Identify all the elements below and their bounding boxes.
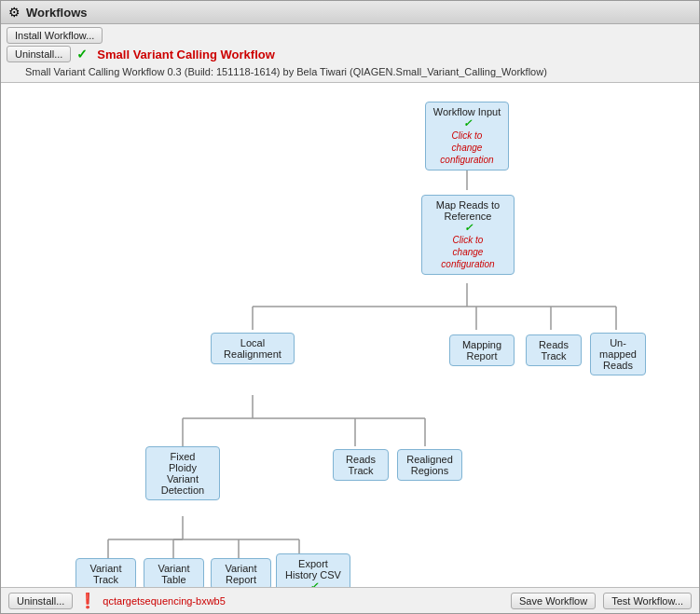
map-reads-node[interactable]: Map Reads toReference ✓ Click tochangeco… xyxy=(421,195,515,275)
realigned-regions-node[interactable]: Realigned Regions xyxy=(397,449,462,481)
bottom-bar: Uninstall... ❗ qctargetsequencing-bxwb5 … xyxy=(1,587,699,613)
error-icon: ❗ xyxy=(78,592,97,609)
window-title: Workflows xyxy=(26,6,88,20)
reads-track-2-node[interactable]: Reads Track xyxy=(333,449,389,481)
variant-track-node[interactable]: Variant Track xyxy=(75,558,136,587)
map-reads-label: Map Reads toReference xyxy=(428,199,508,222)
workflow-input-node[interactable]: Workflow Input ✓ Click tochangeconfigura… xyxy=(425,102,509,171)
error-text: qctargetsequencing-bxwb5 xyxy=(103,595,225,607)
fixed-ploidy-label: FixedPloidyVariantDetection xyxy=(152,451,213,496)
workflow-title: Small Variant Calling Workflow xyxy=(97,48,274,61)
bottom-uninstall-button[interactable]: Uninstall... xyxy=(8,593,73,609)
map-reads-click: Click tochangeconfiguration xyxy=(428,234,508,270)
bottom-left: Uninstall... ❗ qctargetsequencing-bxwb5 xyxy=(8,592,226,609)
workflow-input-click: Click tochangeconfiguration xyxy=(432,130,502,166)
variant-table-label: Variant Table xyxy=(150,563,198,585)
install-workflow-button[interactable]: Install Workflow... xyxy=(7,27,103,44)
variant-report-node[interactable]: Variant Report xyxy=(211,558,271,587)
fixed-ploidy-node[interactable]: FixedPloidyVariantDetection xyxy=(145,446,220,500)
workflow-input-label: Workflow Input xyxy=(432,106,502,117)
title-bar: ⚙ Workflows xyxy=(1,1,699,24)
local-realignment-label: Local Realignment xyxy=(217,337,288,360)
unmapped-reads-label: Un-mappedReads xyxy=(597,337,639,371)
reads-track-1-node[interactable]: Reads Track xyxy=(526,334,582,366)
mapping-report-label: Mapping Report xyxy=(456,339,508,362)
realigned-regions-label: Realigned Regions xyxy=(404,454,456,476)
bottom-right: Save Workflow Test Workflow... xyxy=(511,593,692,609)
variant-report-label: Variant Report xyxy=(217,563,265,585)
reads-track-1-label: Reads Track xyxy=(532,339,575,362)
export-history-node[interactable]: ExportHistory CSV ✓ Click tochangeconfig… xyxy=(276,553,350,587)
workflows-window: ⚙ Workflows Install Workflow... Uninstal… xyxy=(0,0,700,614)
workflow-subtitle: Small Variant Calling Workflow 0.3 (Buil… xyxy=(7,64,547,79)
mapping-report-node[interactable]: Mapping Report xyxy=(449,334,515,366)
save-workflow-button[interactable]: Save Workflow xyxy=(511,593,596,609)
toolbar-row-2: Uninstall... ✓ Small Variant Calling Wor… xyxy=(7,46,693,62)
toolbar-row-3: Small Variant Calling Workflow 0.3 (Buil… xyxy=(7,64,693,79)
export-history-label: ExportHistory CSV xyxy=(282,558,344,580)
unmapped-reads-node[interactable]: Un-mappedReads xyxy=(590,333,646,375)
variant-track-label: Variant Track xyxy=(82,563,130,585)
test-workflow-button[interactable]: Test Workflow... xyxy=(603,593,692,609)
toolbar-row-1: Install Workflow... xyxy=(7,27,693,44)
toolbar: Install Workflow... Uninstall... ✓ Small… xyxy=(1,24,699,83)
workflow-check-icon: ✓ xyxy=(76,47,88,61)
window-icon: ⚙ xyxy=(8,5,21,20)
variant-table-node[interactable]: Variant Table xyxy=(144,558,204,587)
local-realignment-node[interactable]: Local Realignment xyxy=(211,333,295,364)
workflow-canvas-container: Workflow Input ✓ Click tochangeconfigura… xyxy=(1,83,699,587)
reads-track-2-label: Reads Track xyxy=(339,454,382,476)
uninstall-button[interactable]: Uninstall... xyxy=(7,46,71,62)
workflow-canvas: Workflow Input ✓ Click tochangeconfigura… xyxy=(1,83,699,587)
